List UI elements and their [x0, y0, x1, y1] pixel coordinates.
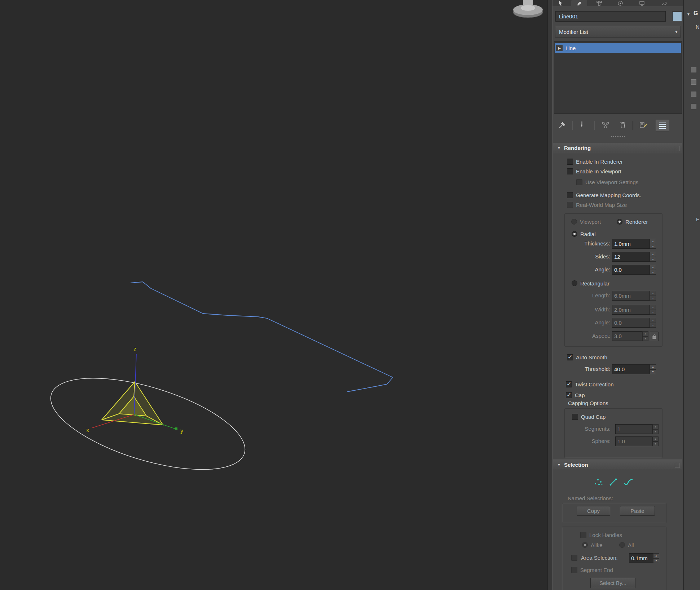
modifier-sets-list-icon[interactable]	[656, 120, 669, 131]
rendering-rollout-header[interactable]: ▼ Rendering	[553, 143, 682, 153]
spinner-down-icon[interactable]: ▾	[650, 270, 656, 275]
angle2-label: Angle:	[552, 319, 610, 325]
spinner-up-icon[interactable]: ▴	[653, 553, 659, 558]
spinner-up-icon[interactable]: ▴	[650, 252, 656, 257]
radial-radio[interactable]	[572, 231, 577, 237]
create-tab-icon[interactable]	[558, 0, 563, 8]
subobject-buttons	[552, 476, 683, 487]
segment-subobject-icon[interactable]	[607, 476, 620, 487]
viewport-radio[interactable]	[571, 219, 577, 225]
spinner-down-icon[interactable]: ▾	[650, 369, 656, 374]
segment-end-checkbox[interactable]	[571, 567, 577, 573]
spinner-down-icon[interactable]: ▾	[650, 323, 656, 328]
rectangular-radio[interactable]	[572, 280, 577, 286]
use-viewport-settings-checkbox[interactable]	[576, 179, 582, 185]
aspect-lock-button[interactable]	[650, 332, 659, 341]
spinner-up-icon[interactable]: ▴	[652, 436, 659, 442]
viewport-3d[interactable]: z x y	[0, 0, 547, 590]
vertex-subobject-icon[interactable]	[592, 476, 605, 487]
spinner-down-icon[interactable]: ▾	[650, 244, 656, 249]
quad-cap-checkbox[interactable]	[572, 414, 578, 420]
width-label: Width:	[552, 306, 610, 312]
area-selection-spinner[interactable]: 0.1mm ▴▾	[629, 553, 659, 563]
modifier-stack[interactable]: ▶ Line	[554, 41, 682, 114]
spline-subobject-icon[interactable]	[622, 476, 635, 487]
width-spinner[interactable]: 2.0mm ▴▾	[612, 305, 656, 315]
paste-button[interactable]: Paste	[620, 506, 655, 516]
enable-in-renderer-checkbox[interactable]	[567, 159, 573, 165]
show-end-result-icon[interactable]	[576, 120, 587, 130]
renderer-radio[interactable]	[617, 219, 622, 225]
copy-button[interactable]: Copy	[577, 506, 610, 516]
z-axis-label: z	[133, 346, 136, 352]
auto-smooth-checkbox[interactable]	[567, 354, 573, 360]
all-radio[interactable]	[619, 542, 625, 548]
object-name-field[interactable]: Line001	[555, 11, 666, 22]
y-axis-handle[interactable]	[175, 427, 177, 430]
angle2-spinner[interactable]: 0.0 ▴▾	[612, 318, 656, 328]
lock-handles-checkbox[interactable]	[580, 532, 586, 538]
sphere-spinner[interactable]: 1.0 ▴▾	[615, 436, 659, 446]
capping-options-title: Capping Options	[568, 400, 608, 406]
spinner-down-icon[interactable]: ▾	[652, 442, 659, 447]
clipped-button	[691, 92, 696, 97]
viewport-canvas[interactable]: z x y	[0, 0, 547, 590]
expand-arrow-icon[interactable]: ▶	[556, 45, 563, 51]
spinner-down-icon[interactable]: ▾	[650, 310, 656, 315]
viewcube-home-icon[interactable]	[513, 0, 543, 18]
modifier-list-dropdown[interactable]: Modifier List ▼	[555, 26, 681, 37]
pin-stack-icon[interactable]	[557, 120, 568, 130]
angle-label: Angle:	[552, 266, 610, 272]
spinner-up-icon[interactable]: ▴	[650, 239, 656, 244]
area-selection-checkbox[interactable]	[571, 555, 577, 561]
alike-radio-label: Alike	[591, 542, 603, 548]
hierarchy-tab-icon[interactable]	[596, 0, 602, 8]
remove-modifier-icon[interactable]	[617, 120, 628, 130]
sides-spinner[interactable]: 12 ▴▾	[612, 252, 656, 262]
line001-spline[interactable]	[131, 282, 393, 392]
radial-radio-row: Radial	[572, 230, 596, 238]
cap-checkbox[interactable]	[566, 392, 572, 398]
enable-in-viewport-checkbox[interactable]	[567, 168, 573, 174]
spinner-up-icon[interactable]: ▴	[650, 318, 656, 323]
spinner-down-icon[interactable]: ▾	[652, 429, 659, 434]
collapse-arrow-icon: ▼	[557, 146, 561, 150]
spinner-up-icon[interactable]: ▴	[652, 424, 659, 429]
spinner-down-icon[interactable]: ▾	[642, 336, 648, 341]
twist-correction-checkbox[interactable]	[566, 381, 572, 387]
stack-item-line[interactable]: ▶ Line	[555, 43, 681, 53]
alike-radio[interactable]	[582, 542, 588, 548]
length-spinner[interactable]: 6.0mm ▴▾	[612, 291, 656, 301]
object-color-swatch[interactable]	[672, 12, 682, 21]
threshold-spinner[interactable]: 40.0 ▴▾	[612, 364, 656, 374]
spinner-down-icon[interactable]: ▾	[653, 558, 659, 563]
modify-tab-icon[interactable]	[576, 0, 582, 8]
segments-spinner[interactable]: 1 ▴▾	[615, 424, 659, 434]
spinner-up-icon[interactable]: ▴	[650, 305, 656, 310]
real-world-map-checkbox[interactable]	[567, 202, 573, 208]
sphere-label: Sphere:	[552, 438, 611, 444]
y-axis-label: y	[180, 428, 183, 434]
selected-object[interactable]	[102, 382, 163, 425]
spinner-up-icon[interactable]: ▴	[650, 364, 656, 369]
spinner-up-icon[interactable]: ▴	[650, 291, 656, 296]
make-unique-icon[interactable]	[600, 120, 611, 130]
panel-splitter-handle[interactable]	[611, 136, 625, 137]
enable-in-renderer-label: Enable In Renderer	[576, 159, 623, 165]
spinner-down-icon[interactable]: ▾	[650, 296, 656, 301]
display-tab-icon[interactable]	[639, 0, 645, 8]
select-by-button[interactable]: Select By...	[590, 578, 635, 588]
stack-toolbar	[552, 119, 683, 133]
angle-spinner[interactable]: 0.0 ▴▾	[612, 265, 656, 275]
thickness-spinner[interactable]: 1.0mm ▴▾	[612, 239, 656, 249]
generate-mapping-checkbox[interactable]	[567, 192, 573, 198]
motion-tab-icon[interactable]	[617, 0, 623, 8]
x-axis-label: x	[86, 427, 89, 433]
aspect-spinner[interactable]: 3.0 ▴▾	[612, 331, 648, 341]
spinner-down-icon[interactable]: ▾	[650, 257, 656, 262]
configure-modifier-sets-icon[interactable]	[638, 120, 649, 130]
utilities-tab-icon[interactable]	[661, 0, 666, 8]
spinner-up-icon[interactable]: ▴	[650, 265, 656, 270]
spinner-up-icon[interactable]: ▴	[642, 331, 648, 336]
selection-rollout-header[interactable]: ▼ Selection	[553, 460, 682, 470]
